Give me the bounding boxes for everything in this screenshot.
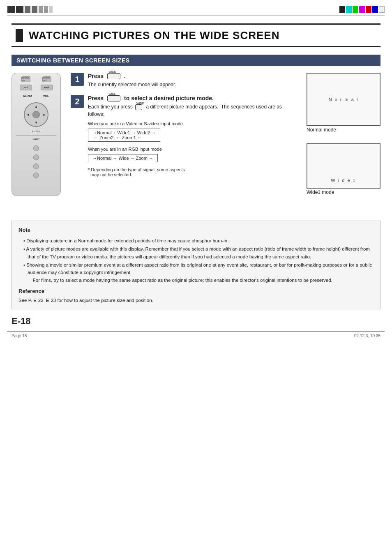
main-layout: POWER ON POWER OFF ADJ WIDE MENU VOL — [12, 73, 380, 196]
footer-date: 02.12.3, 10:35 — [354, 334, 380, 338]
note-item-1: Displaying a picture in a Normal mode fo… — [23, 237, 374, 244]
step-2-body: Each time you press WIDE , a different p… — [88, 103, 297, 118]
title-block: WATCHING PICTURES ON THE WIDE SCREEN — [12, 23, 380, 47]
step-2: 2 Press WIDE to select a desired picture… — [71, 95, 297, 177]
ref-title: Reference — [18, 287, 374, 296]
wide1-mode-label: W i d e 1 — [331, 178, 356, 183]
remote-power-on-btn: POWER ON — [21, 76, 30, 82]
seq-video-section: When you are in a Video or S-video input… — [88, 121, 297, 143]
step-1-title: Press WIDE . — [88, 73, 297, 79]
seq-video-label: When you are in a Video or S-video input… — [88, 121, 297, 126]
note-item-3: Showing a movie or similar premium event… — [23, 261, 374, 284]
step-1: 1 Press WIDE . The currently selected mo… — [71, 73, 297, 88]
step-1-period: . — [124, 73, 126, 79]
step-2-wide-inline: WIDE — [135, 104, 142, 110]
bottom-bar: Page 18 02.12.3, 10:35 — [0, 332, 392, 340]
remote-enter-btn — [32, 111, 40, 118]
seq-video-box: →Normal→ Wide1 → Wide2 → ← Zoom2 ← Zoom1… — [88, 129, 160, 142]
normal-mode-preview-block: N o r m a l Normal mode — [307, 73, 380, 133]
steps-col: 1 Press WIDE . The currently selected mo… — [71, 73, 297, 196]
step-2-title-after: to select a desired picture mode. — [124, 95, 214, 101]
title-icon — [16, 29, 23, 42]
remote-power-off-btn: POWER OFF — [42, 76, 51, 82]
remote-menu-label: MENU — [23, 94, 32, 97]
step-2-number: 2 — [71, 95, 84, 108]
normal-mode-caption: Normal mode — [307, 127, 380, 133]
remote-vol-label: VOL — [43, 94, 49, 97]
step-2-wide-button: WIDE — [107, 95, 120, 101]
bar-left — [7, 6, 53, 13]
ref-text: See P. E-22–E-23 for how to adjust the p… — [18, 297, 374, 304]
step-1-press-label: Press — [88, 73, 104, 79]
remote-control-image: POWER ON POWER OFF ADJ WIDE MENU VOL — [12, 73, 61, 196]
preview-col: N o r m a l Normal mode W i d e 1 Wide1 … — [307, 73, 380, 196]
step-1-wide-button: WIDE — [107, 73, 120, 79]
wide1-mode-screen: W i d e 1 — [307, 143, 380, 189]
note-title: Note — [18, 226, 374, 235]
note-item-2: A variety of picture modes are available… — [23, 245, 374, 260]
remote-shift-label: SHIFT — [12, 138, 60, 140]
remote-dpad: ▲ ▼ ◄ ► — [24, 102, 48, 127]
step-1-content: Press WIDE . The currently selected mode… — [88, 73, 297, 88]
page-number: E-18 — [12, 316, 380, 327]
normal-mode-screen: N o r m a l — [307, 73, 380, 126]
step-2-press-label: Press — [88, 95, 104, 101]
remote-col: POWER ON POWER OFF ADJ WIDE MENU VOL — [12, 73, 61, 196]
wide1-mode-preview-block: W i d e 1 Wide1 mode — [307, 143, 380, 195]
asterisk-note: * Depending on the type of signal, some … — [88, 167, 297, 177]
step-1-number: 1 — [71, 73, 84, 86]
seq-rgb-section: When you are in an RGB input mode →Norma… — [88, 147, 297, 164]
seq-rgb-label: When you are in an RGB input mode — [88, 147, 297, 152]
step-2-content: Press WIDE to select a desired picture m… — [88, 95, 297, 177]
remote-wide-btn: WIDE — [41, 85, 53, 90]
step-2-body-text: Each time you press WIDE , a different p… — [88, 104, 282, 117]
top-decorative-bar — [0, 0, 392, 16]
normal-mode-label: N o r m a l — [329, 97, 359, 102]
seq-rgb-box: →Normal → Wide → Zoom → — [88, 154, 158, 162]
footer-page: Page 18 — [12, 334, 27, 338]
step-2-title: Press WIDE to select a desired picture m… — [88, 95, 297, 101]
note-box: Note Displaying a picture in a Normal mo… — [12, 221, 380, 309]
section-header: SWITCHING BETWEEN SCREEN SIZES — [12, 55, 380, 66]
wide1-mode-caption: Wide1 mode — [307, 189, 380, 195]
remote-adj-btn: ADJ — [20, 85, 32, 90]
remote-side-buttons — [33, 142, 39, 182]
page-title: WATCHING PICTURES ON THE WIDE SCREEN — [29, 29, 279, 42]
remote-enter-label: ENTER — [12, 130, 60, 133]
color-bar-right — [339, 6, 385, 13]
step-1-body: The currently selected mode will appear. — [88, 81, 297, 88]
